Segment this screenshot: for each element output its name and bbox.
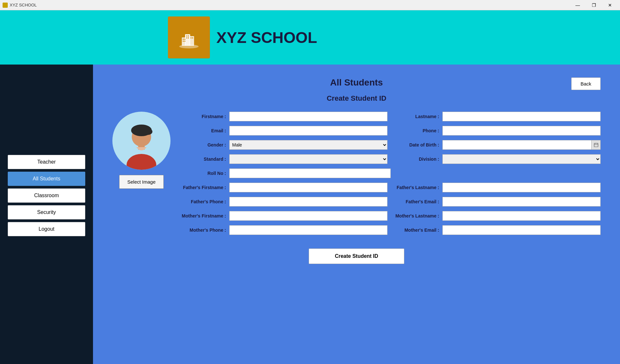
father-firstname-input[interactable] <box>229 183 388 192</box>
father-firstname-label: Father's Firstname : <box>181 185 226 190</box>
group-mother-lastname: Mother's Lastname : <box>394 211 601 221</box>
gender-select[interactable]: Male Female Other <box>229 140 388 150</box>
row-father-name: Father's Firstname : Father's Lastname : <box>181 183 601 192</box>
dob-input[interactable] <box>442 140 592 150</box>
group-father-lastname: Father's Lastname : <box>394 183 601 192</box>
building-icon <box>176 25 202 50</box>
mother-firstname-input[interactable] <box>229 211 388 221</box>
group-mother-firstname: Mother's Firstname : <box>181 211 388 221</box>
father-email-label: Father's Email : <box>394 199 439 204</box>
svg-point-19 <box>127 154 156 170</box>
row-mother-contact: Mother's Phone : Mother's Email : <box>181 225 601 235</box>
svg-rect-10 <box>188 35 189 36</box>
mother-firstname-label: Mother's Firstname : <box>181 213 226 218</box>
group-firstname: Firstname : <box>181 112 388 121</box>
mother-lastname-label: Mother's Lastname : <box>394 213 439 218</box>
division-select[interactable] <box>442 154 601 164</box>
sidebar-item-all-students[interactable]: All Students <box>8 172 85 186</box>
back-button[interactable]: Back <box>571 77 601 90</box>
lastname-label: Lastname : <box>394 114 439 119</box>
svg-rect-9 <box>186 35 187 36</box>
row-standard-division: Standard : Division : <box>181 154 601 164</box>
avatar-circle <box>112 112 170 170</box>
create-student-id-button[interactable]: Create Student ID <box>309 248 404 264</box>
title-bar-left: XYZ SCHOOL <box>3 3 37 8</box>
select-image-button[interactable]: Select Image <box>119 175 164 189</box>
create-btn-row: Create Student ID <box>112 248 601 264</box>
standard-select[interactable] <box>229 154 388 164</box>
svg-rect-5 <box>183 39 184 40</box>
school-name: XYZ SCHOOL <box>216 29 317 46</box>
gender-label: Gender : <box>181 142 226 147</box>
group-email: Email : <box>181 126 388 136</box>
sidebar-item-teacher[interactable]: Teacher <box>8 155 85 169</box>
sidebar: Teacher All Students Classroom Security … <box>0 65 93 364</box>
firstname-input[interactable] <box>229 112 388 121</box>
header: XYZ SCHOOL <box>0 10 620 65</box>
form-container: Select Image Firstname : Lastname : <box>112 112 601 239</box>
group-lastname: Lastname : <box>394 112 601 121</box>
calendar-icon <box>594 143 598 147</box>
svg-rect-11 <box>186 37 187 38</box>
form-title: Create Student ID <box>112 94 601 103</box>
rollno-input[interactable] <box>229 168 391 178</box>
title-bar-title: XYZ SCHOOL <box>10 3 37 7</box>
dob-label: Date of Birth : <box>394 142 439 147</box>
svg-rect-7 <box>183 41 184 42</box>
mother-phone-label: Mother's Phone : <box>181 228 226 233</box>
svg-rect-0 <box>3 3 7 7</box>
title-bar: XYZ SCHOOL — ❐ ✕ <box>0 0 620 10</box>
svg-rect-8 <box>184 41 185 42</box>
school-logo <box>168 16 210 58</box>
minimize-button[interactable]: — <box>570 0 585 10</box>
group-standard: Standard : <box>181 154 388 164</box>
maximize-button[interactable]: ❐ <box>586 0 601 10</box>
mother-email-input[interactable] <box>442 225 601 235</box>
avatar-image <box>116 118 167 170</box>
father-email-input[interactable] <box>442 197 601 207</box>
app-icon <box>3 3 8 8</box>
title-bar-controls: — ❐ ✕ <box>570 0 617 10</box>
calendar-button[interactable] <box>592 140 601 150</box>
svg-point-17 <box>143 128 152 135</box>
group-phone: Phone : <box>394 126 601 136</box>
group-father-firstname: Father's Firstname : <box>181 183 388 192</box>
email-label: Email : <box>181 128 226 133</box>
page-title: All Students <box>112 77 601 88</box>
sidebar-item-logout[interactable]: Logout <box>8 222 85 236</box>
sidebar-item-classroom[interactable]: Classroom <box>8 188 85 203</box>
group-father-phone: Father's Phone : <box>181 197 388 207</box>
father-phone-input[interactable] <box>229 197 388 207</box>
email-input[interactable] <box>229 126 388 136</box>
mother-phone-input[interactable] <box>229 225 388 235</box>
group-mother-email: Mother's Email : <box>394 225 601 235</box>
lastname-input[interactable] <box>442 112 601 121</box>
division-label: Division : <box>394 157 439 162</box>
avatar-section: Select Image <box>112 112 170 239</box>
group-mother-phone: Mother's Phone : <box>181 225 388 235</box>
mother-email-label: Mother's Email : <box>394 228 439 233</box>
svg-rect-6 <box>184 39 185 40</box>
row-gender-dob: Gender : Male Female Other Date of Birth… <box>181 140 601 150</box>
row-rollno: Roll No : <box>181 168 601 178</box>
rollno-label: Roll No : <box>181 171 226 176</box>
father-lastname-input[interactable] <box>442 183 601 192</box>
row-name: Firstname : Lastname : <box>181 112 601 121</box>
group-rollno: Roll No : <box>181 168 391 178</box>
svg-rect-4 <box>190 36 194 46</box>
close-button[interactable]: ✕ <box>603 0 617 10</box>
svg-rect-12 <box>188 37 189 38</box>
row-mother-name: Mother's Firstname : Mother's Lastname : <box>181 211 601 221</box>
mother-lastname-input[interactable] <box>442 211 601 221</box>
content-area: All Students Back Create Student ID <box>93 65 620 364</box>
phone-input[interactable] <box>442 126 601 136</box>
svg-rect-2 <box>185 34 190 46</box>
svg-rect-20 <box>594 143 598 147</box>
svg-rect-14 <box>192 37 193 38</box>
sidebar-item-security[interactable]: Security <box>8 205 85 219</box>
row-contact: Email : Phone : <box>181 126 601 136</box>
dob-input-wrapper <box>442 140 601 150</box>
fields-section: Firstname : Lastname : Email : <box>181 112 601 239</box>
row-father-contact: Father's Phone : Father's Email : <box>181 197 601 207</box>
standard-label: Standard : <box>181 157 226 162</box>
